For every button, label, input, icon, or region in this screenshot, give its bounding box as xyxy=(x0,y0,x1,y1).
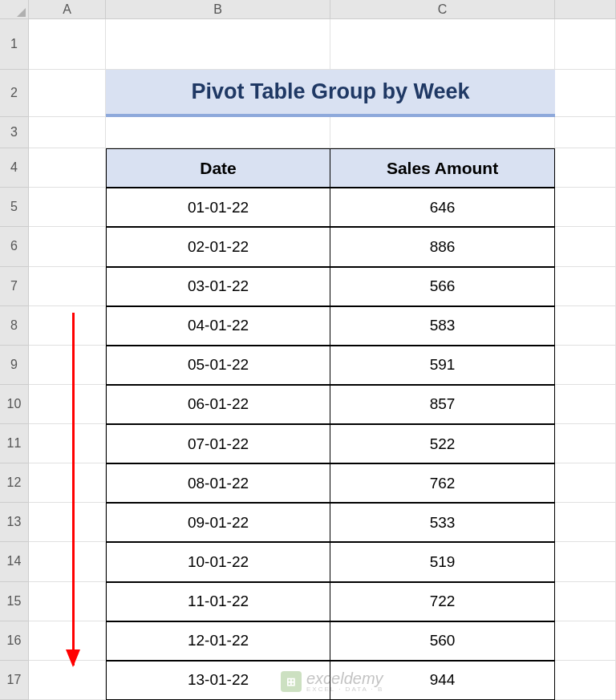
cell[interactable] xyxy=(555,503,616,542)
row-header[interactable]: 6 xyxy=(0,227,29,266)
date-cell[interactable]: 01-01-22 xyxy=(106,188,330,227)
cell[interactable] xyxy=(555,346,616,385)
cell[interactable] xyxy=(555,188,616,227)
row-header[interactable]: 7 xyxy=(0,267,29,306)
cell[interactable] xyxy=(29,582,106,621)
cell[interactable] xyxy=(29,19,106,70)
date-cell[interactable]: 07-01-22 xyxy=(106,424,330,463)
cell[interactable] xyxy=(555,306,616,346)
amount-cell[interactable]: 560 xyxy=(330,621,555,661)
cell[interactable] xyxy=(29,267,106,306)
select-all-corner[interactable] xyxy=(0,0,29,19)
date-cell[interactable]: 10-01-22 xyxy=(106,542,330,581)
header-date[interactable]: Date xyxy=(106,148,330,188)
cell[interactable] xyxy=(330,19,555,70)
amount-cell[interactable]: 591 xyxy=(330,346,555,385)
col-header-b[interactable]: B xyxy=(106,0,330,19)
cell[interactable] xyxy=(555,19,616,70)
row-header[interactable]: 17 xyxy=(0,661,29,700)
watermark: ⊞ exceldemy EXCEL · DATA · B xyxy=(281,670,383,693)
cell[interactable] xyxy=(106,117,330,148)
row-header[interactable]: 9 xyxy=(0,346,29,385)
amount-cell[interactable]: 522 xyxy=(330,424,555,463)
table-row: 9 05-01-22 591 xyxy=(0,346,616,385)
col-header-d[interactable] xyxy=(555,0,616,19)
column-headers-row: A B C xyxy=(0,0,616,19)
row-header[interactable]: 3 xyxy=(0,117,29,148)
title-cell[interactable]: Pivot Table Group by Week xyxy=(106,70,555,117)
row-header[interactable]: 15 xyxy=(0,582,29,621)
date-cell[interactable]: 06-01-22 xyxy=(106,385,330,424)
cell[interactable] xyxy=(29,542,106,581)
cell[interactable] xyxy=(555,117,616,148)
spreadsheet: A B C 1 2 Pivot Table Group by Week 3 4 … xyxy=(0,0,616,700)
row-header[interactable]: 4 xyxy=(0,148,29,188)
table-row: 10 06-01-22 857 xyxy=(0,385,616,424)
table-row: 12 08-01-22 762 xyxy=(0,463,616,503)
watermark-sub: EXCEL · DATA · B xyxy=(306,686,383,693)
date-cell[interactable]: 03-01-22 xyxy=(106,267,330,306)
date-cell[interactable]: 08-01-22 xyxy=(106,463,330,503)
row-header[interactable]: 13 xyxy=(0,503,29,542)
cell[interactable] xyxy=(555,582,616,621)
date-cell[interactable]: 05-01-22 xyxy=(106,346,330,385)
table-row: 14 10-01-22 519 xyxy=(0,542,616,581)
amount-cell[interactable]: 857 xyxy=(330,385,555,424)
table-row: 15 11-01-22 722 xyxy=(0,582,616,621)
cell[interactable] xyxy=(29,227,106,266)
amount-cell[interactable]: 886 xyxy=(330,227,555,266)
amount-cell[interactable]: 722 xyxy=(330,582,555,621)
amount-cell[interactable]: 533 xyxy=(330,503,555,542)
cell[interactable] xyxy=(555,227,616,266)
down-arrow-annotation xyxy=(72,313,75,666)
cell[interactable] xyxy=(106,19,330,70)
row-header[interactable]: 5 xyxy=(0,188,29,227)
watermark-text: exceldemy EXCEL · DATA · B xyxy=(306,670,383,693)
cell[interactable] xyxy=(555,542,616,581)
amount-cell[interactable]: 646 xyxy=(330,188,555,227)
table-row: 5 01-01-22 646 xyxy=(0,188,616,227)
cell[interactable] xyxy=(29,503,106,542)
table-row: 11 07-01-22 522 xyxy=(0,424,616,463)
cell[interactable] xyxy=(555,385,616,424)
col-header-c[interactable]: C xyxy=(330,0,555,19)
cell[interactable] xyxy=(29,70,106,117)
header-sales-amount[interactable]: Sales Amount xyxy=(330,148,555,188)
cell[interactable] xyxy=(555,621,616,661)
amount-cell[interactable]: 566 xyxy=(330,267,555,306)
date-cell[interactable]: 12-01-22 xyxy=(106,621,330,661)
cell[interactable] xyxy=(555,148,616,188)
cell[interactable] xyxy=(555,267,616,306)
date-cell[interactable]: 09-01-22 xyxy=(106,503,330,542)
cell[interactable] xyxy=(29,463,106,503)
date-cell[interactable]: 04-01-22 xyxy=(106,306,330,346)
cell[interactable] xyxy=(555,661,616,700)
table-row: 7 03-01-22 566 xyxy=(0,267,616,306)
row-header[interactable]: 10 xyxy=(0,385,29,424)
watermark-icon: ⊞ xyxy=(281,671,302,692)
cell[interactable] xyxy=(29,188,106,227)
cell[interactable] xyxy=(29,148,106,188)
cell[interactable] xyxy=(29,306,106,346)
row-header[interactable]: 2 xyxy=(0,70,29,117)
row-header[interactable]: 11 xyxy=(0,424,29,463)
row-header[interactable]: 14 xyxy=(0,542,29,581)
cell[interactable] xyxy=(29,385,106,424)
cell[interactable] xyxy=(29,346,106,385)
date-cell[interactable]: 11-01-22 xyxy=(106,582,330,621)
amount-cell[interactable]: 583 xyxy=(330,306,555,346)
cell[interactable] xyxy=(29,117,106,148)
row-header[interactable]: 16 xyxy=(0,621,29,661)
cell[interactable] xyxy=(555,424,616,463)
date-cell[interactable]: 02-01-22 xyxy=(106,227,330,266)
col-header-a[interactable]: A xyxy=(29,0,106,19)
row-header[interactable]: 1 xyxy=(0,19,29,70)
cell[interactable] xyxy=(555,70,616,117)
cell[interactable] xyxy=(330,117,555,148)
row-header[interactable]: 12 xyxy=(0,463,29,503)
cell[interactable] xyxy=(29,424,106,463)
cell[interactable] xyxy=(555,463,616,503)
row-header[interactable]: 8 xyxy=(0,306,29,346)
amount-cell[interactable]: 519 xyxy=(330,542,555,581)
amount-cell[interactable]: 762 xyxy=(330,463,555,503)
